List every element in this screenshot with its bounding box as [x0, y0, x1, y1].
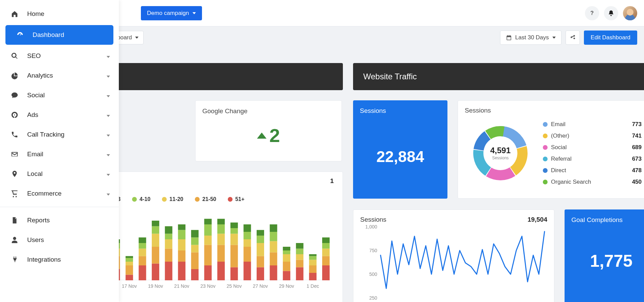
legend-item[interactable]: 51+ — [228, 196, 244, 202]
svg-rect-58 — [165, 239, 172, 249]
legend-swatch — [228, 197, 233, 202]
sidebar-item-social[interactable]: Social — [0, 85, 119, 105]
chevron-down-icon — [107, 150, 110, 158]
svg-rect-46 — [139, 265, 146, 280]
svg-rect-110 — [296, 243, 303, 249]
google-change-value-wrap: 2 — [202, 124, 335, 146]
legend-item[interactable]: 4-10 — [132, 196, 150, 202]
svg-rect-55 — [152, 221, 159, 226]
svg-rect-91 — [257, 267, 264, 281]
svg-text:19 Nov: 19 Nov — [148, 283, 163, 289]
svg-rect-66 — [191, 269, 199, 280]
svg-rect-107 — [296, 260, 303, 267]
caret-up-icon — [257, 133, 266, 139]
svg-rect-83 — [231, 234, 238, 245]
svg-rect-62 — [178, 250, 185, 262]
legend-row[interactable]: Organic Search 450 — [543, 176, 642, 188]
sidebar: Home Dashboard SEO Analytics Social Ads … — [0, 0, 119, 302]
svg-rect-105 — [283, 247, 290, 250]
sidebar-item-call-tracking[interactable]: Call Tracking — [0, 125, 119, 144]
sidebar-item-ads[interactable]: Ads — [0, 105, 119, 125]
legend-row[interactable]: Social 689 — [543, 142, 642, 153]
legend-swatch — [543, 145, 548, 150]
edit-dashboard-label: Edit Dashboard — [591, 34, 630, 41]
edit-dashboard-button[interactable]: Edit Dashboard — [584, 31, 637, 45]
sessions-by-source-card[interactable]: Sessions 4,591Sessions Email 773 (Other)… — [458, 100, 644, 199]
svg-rect-81 — [231, 267, 238, 281]
svg-rect-115 — [309, 254, 316, 256]
svg-rect-108 — [296, 254, 303, 260]
sidebar-item-label: Local — [27, 170, 42, 178]
svg-rect-57 — [165, 249, 172, 262]
goal-completions-value: 1,775 — [565, 224, 644, 298]
chevron-down-icon — [107, 111, 110, 119]
legend-swatch — [543, 180, 548, 184]
help-button[interactable]: ? — [585, 6, 599, 20]
svg-rect-94 — [257, 236, 264, 243]
svg-rect-95 — [257, 230, 264, 236]
svg-rect-59 — [165, 234, 172, 240]
legend-item[interactable]: 21-50 — [195, 196, 216, 202]
sessions-by-source-title: Sessions — [465, 107, 644, 114]
svg-rect-98 — [270, 241, 277, 253]
svg-rect-102 — [283, 262, 290, 271]
svg-text:4,591: 4,591 — [490, 146, 511, 155]
share-button[interactable] — [566, 31, 580, 45]
svg-rect-47 — [139, 256, 146, 266]
svg-rect-77 — [217, 245, 225, 262]
chevron-down-icon — [107, 52, 110, 60]
sidebar-item-integrations[interactable]: Integrations — [0, 250, 119, 269]
sidebar-item-reports[interactable]: Reports — [0, 210, 119, 230]
sidebar-item-users[interactable]: Users — [0, 230, 119, 250]
sidebar-item-label: Reports — [27, 217, 50, 224]
svg-rect-109 — [296, 249, 303, 255]
svg-rect-114 — [309, 256, 316, 260]
svg-rect-118 — [322, 249, 330, 256]
svg-rect-54 — [152, 226, 159, 234]
sidebar-item-email[interactable]: Email — [0, 144, 119, 164]
svg-rect-56 — [165, 262, 172, 280]
goal-completions-card[interactable]: Goal Completions 1,775 — [565, 209, 644, 302]
header-actions: ? — [585, 6, 637, 20]
user-avatar[interactable] — [623, 6, 637, 20]
svg-rect-90 — [243, 224, 251, 232]
sidebar-item-label: Analytics — [27, 72, 53, 79]
sidebar-item-analytics[interactable]: Analytics — [0, 66, 119, 85]
goal-completions-label: Goal Completions — [565, 209, 644, 224]
chevron-down-icon — [107, 131, 110, 138]
svg-rect-79 — [217, 224, 225, 234]
legend-row[interactable]: Direct 478 — [543, 165, 642, 176]
divider — [0, 207, 119, 207]
svg-rect-87 — [243, 247, 251, 262]
svg-rect-116 — [322, 265, 330, 280]
date-range-picker[interactable]: Last 30 Days — [500, 31, 562, 45]
svg-rect-64 — [178, 230, 185, 240]
svg-rect-50 — [139, 238, 146, 243]
sessions-trend-card[interactable]: Sessions 19,504 2505007501,0008 Nov15 No… — [353, 209, 554, 302]
svg-rect-113 — [309, 260, 316, 266]
sidebar-item-label: Email — [27, 150, 43, 158]
svg-rect-80 — [217, 219, 225, 225]
sessions-total-card[interactable]: Sessions 22,884 — [353, 100, 447, 199]
google-change-card[interactable]: Google Change 2 — [195, 100, 342, 161]
sidebar-item-label: Ads — [27, 111, 38, 119]
sidebar-item-ecommerce[interactable]: Ecommerce — [0, 184, 119, 203]
svg-rect-99 — [270, 232, 277, 241]
svg-rect-61 — [178, 262, 185, 280]
notifications-button[interactable] — [604, 6, 618, 20]
chevron-down-icon — [135, 37, 139, 39]
svg-rect-106 — [296, 267, 303, 281]
svg-rect-120 — [322, 238, 330, 243]
chevron-down-icon — [107, 170, 110, 178]
legend-row[interactable]: Email 773 — [543, 119, 642, 130]
legend-row[interactable]: Referral 673 — [543, 153, 642, 165]
sidebar-item-home[interactable]: Home — [0, 4, 119, 24]
legend-item[interactable]: 11-20 — [162, 196, 183, 202]
campaign-dropdown[interactable]: Demo campaign — [141, 6, 202, 20]
sidebar-item-dashboard[interactable]: Dashboard — [5, 25, 113, 45]
legend-row[interactable]: (Other) 741 — [543, 130, 642, 142]
svg-rect-82 — [231, 245, 238, 267]
sidebar-item-local[interactable]: Local — [0, 164, 119, 184]
sidebar-item-seo[interactable]: SEO — [0, 46, 119, 66]
svg-rect-92 — [257, 256, 264, 267]
